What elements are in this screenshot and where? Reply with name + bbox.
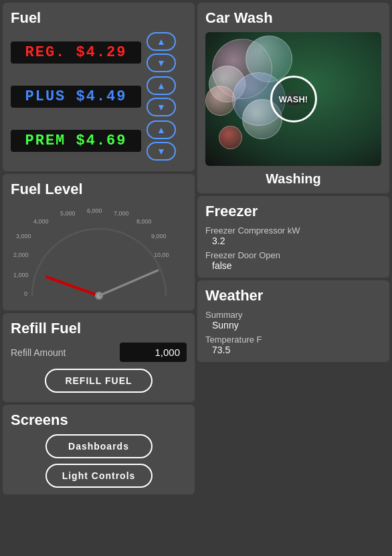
weather-summary-value: Sunny: [212, 320, 381, 331]
fuel-plus-up-button[interactable]: ▲: [146, 76, 176, 95]
svg-text:0: 0: [24, 290, 27, 297]
fuel-reg-controls: ▲ ▼: [146, 32, 176, 72]
svg-text:7,000: 7,000: [114, 210, 129, 217]
dashboards-button[interactable]: Dashboards: [45, 434, 153, 458]
fuel-prem-row: PREM $4.69 ▲ ▼: [11, 120, 187, 161]
fuel-reg-row: REG. $4.29 ▲ ▼: [11, 32, 187, 72]
refill-panel: Refill Fuel Refill Amount REFILL FUEL: [3, 313, 195, 402]
freezer-compressor-label: Freezer Compressor kW: [205, 225, 381, 236]
screens-panel: Screens Dashboards Light Controls: [3, 405, 195, 494]
svg-text:4,000: 4,000: [33, 218, 49, 225]
fuel-prem-down-button[interactable]: ▼: [146, 142, 176, 161]
svg-text:1,000: 1,000: [13, 272, 29, 278]
refill-amount-row: Refill Amount: [11, 343, 187, 362]
weather-temp-value: 73.5: [212, 345, 381, 355]
fuel-plus-row: PLUS $4.49 ▲ ▼: [11, 76, 187, 116]
svg-text:3,000: 3,000: [16, 233, 31, 240]
fuel-prem-display: PREM $4.69: [11, 130, 141, 152]
svg-line-14: [99, 270, 158, 296]
svg-text:9,000: 9,000: [151, 233, 167, 240]
freezer-title: Freezer: [205, 203, 381, 220]
freezer-door-value: false: [212, 260, 381, 271]
fuel-level-panel: Fuel Level 0 1,000 2,000 3,000 4,000 5,0…: [3, 174, 195, 310]
freezer-panel: Freezer Freezer Compressor kW 3.2 Freeze…: [197, 196, 389, 278]
weather-panel: Weather Summary Sunny Temperature F 73.5: [197, 280, 389, 362]
svg-line-11: [47, 277, 99, 296]
fuel-plus-controls: ▲ ▼: [146, 76, 176, 116]
svg-text:8,000: 8,000: [136, 218, 152, 225]
svg-text:2,000: 2,000: [13, 252, 29, 258]
screens-title: Screens: [11, 411, 187, 429]
gauge-svg: 0 1,000 2,000 3,000 4,000 5,000 6,000 7,…: [12, 203, 186, 304]
freezer-door-label: Freezer Door Open: [205, 250, 381, 260]
weather-temp-label: Temperature F: [205, 335, 381, 345]
freezer-compressor-value: 3.2: [212, 236, 381, 246]
carwash-wash-label: WASH!: [270, 76, 317, 122]
fuel-title: Fuel: [11, 9, 187, 27]
fuel-gauge: 0 1,000 2,000 3,000 4,000 5,000 6,000 7,…: [12, 203, 186, 304]
fuel-prem-up-button[interactable]: ▲: [146, 120, 176, 139]
fuel-plus-down-button[interactable]: ▼: [146, 98, 176, 116]
fuel-plus-display: PLUS $4.49: [11, 86, 141, 108]
refill-title: Refill Fuel: [11, 320, 187, 337]
fuel-prem-controls: ▲ ▼: [146, 120, 176, 161]
fuel-level-title: Fuel Level: [11, 181, 187, 198]
carwash-title: Car Wash: [205, 9, 381, 27]
fuel-panel: Fuel REG. $4.29 ▲ ▼ PLUS $4.49 ▲ ▼ PREM …: [3, 3, 195, 171]
fuel-reg-up-button[interactable]: ▲: [146, 32, 176, 51]
carwash-panel: Car Wash WASH! Washing: [197, 3, 389, 193]
carwash-visual: WASH!: [205, 32, 381, 166]
weather-title: Weather: [205, 287, 381, 304]
light-controls-button[interactable]: Light Controls: [45, 464, 153, 488]
weather-summary-label: Summary: [205, 310, 381, 320]
refill-amount-label: Refill Amount: [11, 347, 113, 358]
svg-text:10,00: 10,00: [154, 252, 169, 258]
refill-fuel-button[interactable]: REFILL FUEL: [45, 369, 152, 393]
svg-text:6,000: 6,000: [87, 207, 102, 214]
svg-text:5,000: 5,000: [60, 210, 76, 217]
fuel-reg-down-button[interactable]: ▼: [146, 54, 176, 72]
carwash-status: Washing: [205, 171, 381, 187]
refill-amount-input[interactable]: [120, 343, 187, 362]
fuel-reg-display: REG. $4.29: [11, 41, 141, 64]
